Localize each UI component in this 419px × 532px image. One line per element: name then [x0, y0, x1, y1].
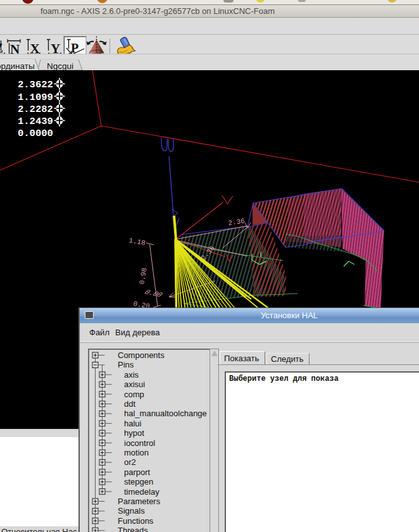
svg-text:2.3622: 2.3622 [18, 79, 53, 90]
svg-text:ординаты: ординаты [0, 61, 35, 70]
svg-text:1.1099: 1.1099 [18, 92, 53, 103]
svg-text:Z: Z [0, 40, 3, 54]
svg-text:N: N [10, 42, 20, 54]
svg-text:P: P [71, 41, 78, 54]
svg-text:X: X [30, 41, 40, 54]
svg-text:Y: Y [51, 41, 60, 54]
svg-text:1.2439: 1.2439 [18, 116, 53, 127]
svg-text:0.0000: 0.0000 [18, 128, 53, 139]
svg-text:2.2282: 2.2282 [18, 104, 53, 115]
svg-text:Ngcgui: Ngcgui [47, 61, 73, 70]
